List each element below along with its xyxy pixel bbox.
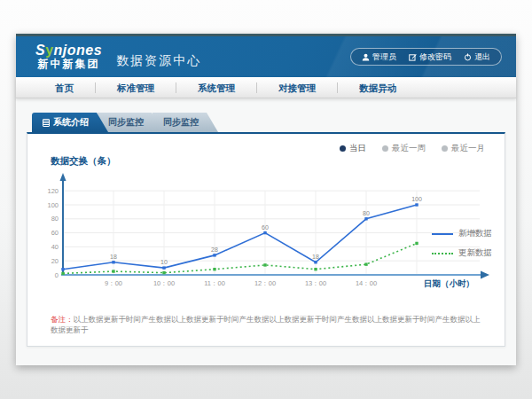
page-body: 系统介绍 同步监控 同步监控 当日 最近一周: [16, 98, 516, 365]
nav-item-system-mgmt[interactable]: 系统管理: [176, 82, 257, 93]
company-logo: Synjones 新中新集团: [35, 43, 102, 69]
series-新增数据: 181028601880100: [61, 196, 422, 270]
svg-text:100: 100: [47, 201, 59, 209]
svg-text:13：00: 13：00: [305, 279, 326, 287]
page-title: 数据资源中心: [116, 53, 201, 69]
svg-text:80: 80: [51, 215, 59, 223]
screenshot-stage: Synjones 新中新集团 数据资源中心 管理员 修改密码: [0, 0, 532, 399]
svg-text:14：00: 14：00: [356, 279, 377, 287]
legend-update-data-label: 更新数据: [458, 247, 492, 259]
svg-text:28: 28: [211, 246, 218, 253]
nav-item-data-change[interactable]: 数据异动: [338, 82, 418, 93]
footnote-label: 备注：: [51, 315, 74, 324]
radio-icon: [442, 145, 448, 152]
filter-last-week-label: 最近一周: [392, 143, 426, 154]
tab-bar: 系统介绍 同步监控 同步监控: [32, 113, 207, 132]
user-icon: [362, 53, 370, 61]
app-window: Synjones 新中新集团 数据资源中心 管理员 修改密码: [16, 34, 516, 365]
filter-last-week[interactable]: 最近一周: [382, 143, 426, 154]
nav-item-home[interactable]: 首页: [34, 82, 96, 93]
grid-lines: [63, 191, 480, 275]
solid-line-swatch: [432, 233, 453, 235]
edit-icon: [409, 53, 417, 61]
logout-button[interactable]: 退出: [464, 51, 490, 63]
admin-user-label: 管理员: [372, 51, 396, 63]
svg-text:11：00: 11：00: [204, 279, 225, 287]
legend-new-data-label: 新增数据: [458, 228, 492, 239]
tab-system-intro[interactable]: 系统介绍: [32, 113, 108, 132]
tab-sync-monitor-2[interactable]: 同步监控: [153, 113, 218, 132]
tab-sync-monitor-1-label: 同步监控: [108, 116, 144, 129]
filter-last-month-label: 最近一月: [451, 143, 485, 154]
tab-system-intro-label: 系统介绍: [53, 116, 89, 129]
logo-text-en: Synjones: [35, 43, 102, 59]
filter-today-label: 当日: [349, 143, 366, 154]
axis-tick-labels: 0204060801001209：0010：0011：0012：0013：001…: [47, 187, 474, 289]
tab-sync-monitor-1[interactable]: 同步监控: [98, 113, 163, 132]
user-menu: 管理员 修改密码 退出: [350, 48, 502, 66]
radio-icon: [382, 145, 388, 152]
document-icon: [43, 119, 50, 127]
app-header: Synjones 新中新集团 数据资源中心 管理员 修改密码: [16, 36, 516, 77]
svg-text:120: 120: [47, 187, 59, 195]
svg-text:60: 60: [51, 229, 59, 237]
svg-text:10：00: 10：00: [153, 279, 175, 287]
power-icon: [464, 53, 472, 61]
logo-accent-letter: y: [45, 43, 53, 58]
y-axis-title: 数据交换（条）: [51, 155, 116, 168]
radio-icon: [340, 145, 346, 152]
svg-text:0: 0: [55, 271, 59, 279]
svg-text:80: 80: [363, 210, 370, 216]
legend-new-data[interactable]: 新增数据: [432, 228, 492, 239]
logout-label: 退出: [474, 51, 490, 63]
svg-text:40: 40: [51, 243, 59, 251]
svg-text:日期（小时）: 日期（小时）: [424, 278, 474, 289]
chart-card: 当日 最近一周 最近一月 数据交换（条） 0204060801001209：00…: [27, 132, 505, 347]
filter-last-month[interactable]: 最近一月: [442, 143, 485, 154]
filter-today[interactable]: 当日: [340, 143, 366, 154]
svg-text:12：00: 12：00: [254, 279, 276, 287]
series-legend: 新增数据 更新数据: [432, 228, 492, 259]
svg-text:100: 100: [411, 196, 422, 202]
svg-text:18: 18: [110, 254, 117, 260]
main-nav: 首页 标准管理 系统管理 对接管理 数据异动: [16, 77, 516, 98]
nav-item-standard-mgmt[interactable]: 标准管理: [96, 82, 176, 93]
svg-text:20: 20: [51, 257, 59, 265]
legend-update-data[interactable]: 更新数据: [432, 247, 492, 259]
tab-sync-monitor-2-label: 同步监控: [163, 116, 199, 129]
dotted-line-swatch: [432, 253, 453, 254]
change-password-label: 修改密码: [419, 51, 451, 63]
footnote: 备注：以上数据更新于时间产生数据以上数据更新于时间产生数据以上数据更新于时间产生…: [51, 315, 487, 336]
svg-text:18: 18: [312, 254, 319, 260]
svg-text:9：00: 9：00: [105, 279, 122, 287]
change-password-button[interactable]: 修改密码: [409, 51, 451, 63]
svg-text:10: 10: [160, 259, 168, 265]
admin-user-button[interactable]: 管理员: [362, 51, 396, 63]
svg-text:60: 60: [262, 224, 269, 231]
time-range-filters: 当日 最近一周 最近一月: [340, 143, 485, 154]
nav-item-interface-mgmt[interactable]: 对接管理: [257, 82, 338, 93]
footnote-text: 以上数据更新于时间产生数据以上数据更新于时间产生数据以上数据更新于时间产生数据以…: [51, 315, 481, 334]
logo-text-cn: 新中新集团: [35, 59, 102, 70]
